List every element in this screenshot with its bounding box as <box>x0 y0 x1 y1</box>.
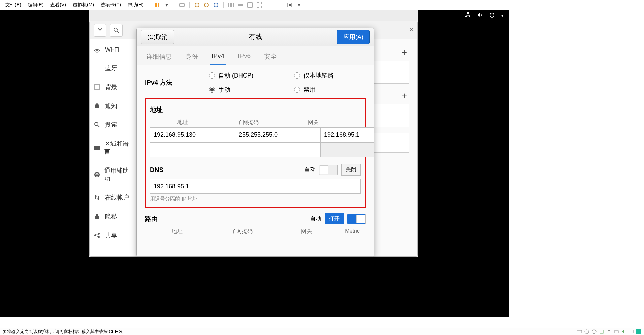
power-icon[interactable] <box>489 12 495 19</box>
sidebar-item-privacy[interactable]: 隐私 <box>90 207 135 226</box>
tab-security[interactable]: 安全 <box>262 50 279 65</box>
address-ip-input[interactable] <box>150 127 235 142</box>
device-hdd-icon[interactable] <box>577 329 582 334</box>
radio-disable[interactable]: 禁用 <box>294 86 366 94</box>
svg-rect-15 <box>289 4 291 6</box>
address-headers: 地址 子网掩码 网关 <box>150 119 361 126</box>
network-status-icon[interactable] <box>465 12 471 19</box>
system-menu-dropdown-icon[interactable]: ▾ <box>501 13 503 18</box>
address-row-1 <box>150 127 361 142</box>
settings-search-icon[interactable] <box>110 24 123 37</box>
radio-dhcp[interactable]: 自动 (DHCP) <box>209 71 281 80</box>
svg-rect-42 <box>629 330 634 333</box>
route-label: 路由 <box>145 215 158 223</box>
close-icon[interactable]: × <box>409 25 413 34</box>
svg-rect-41 <box>614 331 618 333</box>
send-cad-icon[interactable] <box>177 0 187 10</box>
menu-tabs[interactable]: 选项卡(T) <box>97 1 124 9</box>
ipv4-method-label: IPv4 方法 <box>145 78 209 87</box>
fullscreen-icon[interactable] <box>245 0 255 10</box>
settings-sidebar: Wi-Fi 蓝牙 背景 通知 搜索 区域和语言 通用辅助功 在线帐户 隐私 共享 <box>90 39 135 256</box>
menu-file[interactable]: 文件(E) <box>2 1 25 9</box>
layout2-icon[interactable] <box>236 0 245 10</box>
snapshot-manage-icon[interactable] <box>211 0 221 10</box>
layout1-icon[interactable] <box>226 0 236 10</box>
highlight-box: 地址 地址 子网掩码 网关 <box>145 98 366 208</box>
sidebar-item-region[interactable]: 区域和语言 <box>90 134 135 161</box>
svg-rect-7 <box>229 3 231 7</box>
dns-auto-switch[interactable] <box>319 165 338 175</box>
tab-ipv6[interactable]: IPv6 <box>236 50 253 65</box>
sidebar-item-notifications[interactable]: 通知 <box>90 96 135 115</box>
add-connection-icon-2[interactable]: ＋ <box>400 90 409 100</box>
svg-point-4 <box>195 3 199 7</box>
route-on-label: 打开 <box>325 213 344 224</box>
menu-edit[interactable]: 编辑(E) <box>25 1 47 9</box>
dns-hint: 用逗号分隔的 IP 地址 <box>150 196 361 202</box>
svg-rect-13 <box>272 3 277 7</box>
svg-rect-26 <box>94 85 100 89</box>
device-cd2-icon[interactable] <box>591 329 597 334</box>
console-icon[interactable] <box>270 0 279 10</box>
dialog-tabs: 详细信息 身份 IPv4 IPv6 安全 <box>137 46 374 65</box>
vm-status-icon[interactable] <box>636 329 641 334</box>
cancel-button[interactable]: (C)取消 <box>141 30 174 44</box>
tab-identity[interactable]: 身份 <box>183 50 200 65</box>
ipv4-method-row: IPv4 方法 自动 (DHCP) 手动 仅本地链路 禁用 <box>145 71 366 94</box>
sidebar-item-accessibility[interactable]: 通用辅助功 <box>90 161 135 188</box>
radio-linklocal[interactable]: 仅本地链路 <box>294 71 366 80</box>
device-cd-icon[interactable] <box>584 329 589 334</box>
address-mask-input[interactable] <box>235 127 320 142</box>
svg-point-31 <box>96 173 98 174</box>
svg-point-33 <box>98 233 100 235</box>
add-connection-icon[interactable]: ＋ <box>400 47 409 57</box>
radio-manual[interactable]: 手动 <box>209 86 281 94</box>
svg-rect-22 <box>492 12 492 15</box>
tab-ipv4[interactable]: IPv4 <box>210 50 226 65</box>
sidebar-item-search[interactable]: 搜索 <box>90 115 135 134</box>
host-menubar: 文件(E) 编辑(E) 查看(V) 虚拟机(M) 选项卡(T) 帮助(H) ▾ … <box>0 0 644 10</box>
menu-vm[interactable]: 虚拟机(M) <box>69 1 97 9</box>
sidebar-item-background[interactable]: 背景 <box>90 78 135 96</box>
preferences-icon[interactable] <box>285 0 294 10</box>
unity-icon[interactable] <box>255 0 264 10</box>
route-auto-switch[interactable] <box>347 214 366 224</box>
dialog-header: (C)取消 有线 应用(A) <box>137 28 374 46</box>
device-sound-icon[interactable] <box>621 329 626 334</box>
address-gw-input-2[interactable] <box>320 142 374 157</box>
svg-rect-40 <box>600 330 603 333</box>
dialog-title: 有线 <box>249 32 262 41</box>
sidebar-item-online-accounts[interactable]: 在线帐户 <box>90 188 135 207</box>
snapshot-icon[interactable] <box>192 0 202 10</box>
addresses-section-title: 地址 <box>150 105 361 114</box>
tab-details[interactable]: 详细信息 <box>144 50 174 65</box>
pause-icon[interactable] <box>153 0 162 10</box>
snapshot-revert-icon[interactable] <box>202 0 211 10</box>
dns-input[interactable] <box>150 179 361 194</box>
svg-point-6 <box>214 3 218 7</box>
sidebar-item-bluetooth[interactable]: 蓝牙 <box>90 59 135 78</box>
settings-tools-icon[interactable] <box>94 24 106 37</box>
svg-rect-20 <box>469 16 470 17</box>
apply-button[interactable]: 应用(A) <box>337 30 370 44</box>
dropdown-icon[interactable]: ▾ <box>162 0 171 10</box>
address-gw-input[interactable] <box>320 127 374 142</box>
menu-help[interactable]: 帮助(H) <box>124 1 147 9</box>
dropdown2-icon[interactable]: ▾ <box>294 0 304 10</box>
sidebar-item-sharing[interactable]: 共享 <box>90 226 135 245</box>
address-ip-input-2[interactable] <box>150 142 235 157</box>
device-usb-icon[interactable] <box>606 329 612 334</box>
svg-line-24 <box>117 31 119 33</box>
device-display-icon[interactable] <box>629 329 634 334</box>
dns-off-label: 关闭 <box>341 164 361 176</box>
svg-point-25 <box>97 52 98 53</box>
vm-viewport: 活动 设置 ▾ 3月 1 08 : 12 ▾ × <box>0 10 509 324</box>
address-mask-input-2[interactable] <box>235 142 320 157</box>
sidebar-item-wifi[interactable]: Wi-Fi <box>90 41 135 59</box>
menu-view[interactable]: 查看(V) <box>47 1 69 9</box>
route-auto-label: 自动 <box>310 215 321 223</box>
volume-icon[interactable] <box>477 12 483 19</box>
svg-point-34 <box>98 236 100 238</box>
device-net-icon[interactable] <box>599 329 604 334</box>
device-printer-icon[interactable] <box>614 329 619 334</box>
